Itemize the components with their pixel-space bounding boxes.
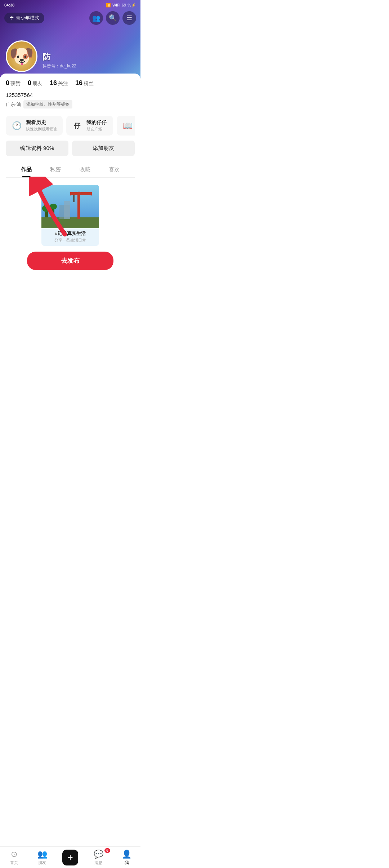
user-uid: 125357564: [6, 92, 135, 98]
history-texts: 观看历史 快速找到观看历史: [26, 119, 58, 132]
tab-works[interactable]: 作品: [12, 162, 41, 177]
svg-rect-6: [77, 192, 80, 219]
status-bar: 04:38 📶 WiFi 69 %⚡: [0, 0, 140, 10]
friends-count: 0: [28, 79, 31, 87]
top-navbar: ☂ 青少年模式 👥 🔍 ☰: [0, 10, 140, 26]
main-content: 0 获赞 0 朋友 16 关注 16 粉丝 125357564 广东·汕 添加学…: [0, 74, 140, 286]
navbar-action-icons: 👥 🔍 ☰: [89, 11, 136, 25]
add-tags-button[interactable]: 添加学校、性别等标签: [23, 100, 72, 108]
stats-row: 0 获赞 0 朋友 16 关注 16 粉丝: [6, 79, 135, 92]
svg-point-5: [50, 204, 57, 209]
likes-count: 0: [6, 79, 9, 87]
search-icon: 🔍: [109, 14, 117, 22]
content-area: #记录真实生活 分享一些生活日常 去发布: [6, 178, 135, 286]
svg-rect-12: [64, 201, 70, 219]
quick-action-history[interactable]: 🕐 观看历史 快速找到观看历史: [6, 116, 63, 136]
profile-header: 04:38 📶 WiFi 69 %⚡ ☂ 青少年模式 👥 🔍 ☰: [0, 0, 140, 79]
add-friend-button[interactable]: 添加朋友: [72, 141, 135, 156]
tabs-row: 作品 私密 收藏 喜欢: [6, 162, 135, 177]
zaizai-icon: 仔: [71, 121, 83, 130]
tab-liked[interactable]: 喜欢: [100, 162, 129, 177]
history-title: 观看历史: [26, 119, 58, 126]
zaizai-title: 我的仔仔: [86, 119, 107, 126]
post-image-svg: [41, 185, 99, 228]
avatar-section: 防 抖音号：de_ke22: [6, 40, 76, 72]
likes-label: 获赞: [10, 80, 21, 87]
publish-button[interactable]: 去发布: [27, 252, 113, 270]
stat-following[interactable]: 16 关注: [50, 79, 68, 87]
followers-label: 粉丝: [84, 80, 94, 87]
youth-mode-button[interactable]: ☂ 青少年模式: [4, 13, 44, 23]
following-count: 16: [50, 79, 57, 87]
svg-rect-4: [52, 208, 54, 217]
location-tag: 广东·汕: [6, 101, 21, 108]
post-subtitle: 分享一些生活日常: [41, 238, 99, 246]
post-image: [41, 185, 99, 228]
username-area: 防 抖音号：de_ke22: [43, 52, 76, 72]
svg-rect-10: [73, 195, 75, 202]
history-subtitle: 快速找到观看历史: [26, 127, 58, 132]
avatar[interactable]: [6, 40, 37, 72]
user-info-row: 125357564 广东·汕 添加学校、性别等标签: [6, 92, 135, 112]
followers-count: 16: [75, 79, 82, 87]
umbrella-icon: ☂: [9, 15, 14, 21]
status-time: 04:38: [4, 3, 14, 7]
action-buttons: 编辑资料 90% 添加朋友: [6, 141, 135, 156]
tab-saved[interactable]: 收藏: [70, 162, 100, 177]
wifi-icon: WiFi: [112, 3, 120, 7]
post-caption: #记录真实生活: [41, 228, 99, 238]
friends-icon-button[interactable]: 👥: [89, 11, 103, 25]
menu-icon: ☰: [126, 14, 132, 22]
username: 防: [43, 52, 76, 62]
status-icons: 📶 WiFi 69 %⚡: [106, 3, 136, 8]
stat-likes[interactable]: 0 获赞: [6, 79, 21, 87]
svg-point-3: [42, 205, 51, 212]
signal-icon: 📶: [106, 3, 111, 8]
following-label: 关注: [58, 80, 68, 87]
stat-friends[interactable]: 0 朋友: [28, 79, 43, 87]
friends-icon: 👥: [92, 14, 100, 22]
avatar-image: [7, 41, 36, 71]
quick-actions-row: 🕐 观看历史 快速找到观看历史 仔 我的仔仔 朋友广场 📖 收藏: [6, 116, 135, 137]
battery-level: 69: [122, 3, 126, 7]
menu-icon-button[interactable]: ☰: [122, 11, 136, 25]
bookmark-icon: 📖: [122, 121, 133, 130]
youth-mode-label: 青少年模式: [16, 15, 39, 21]
post-card[interactable]: #记录真实生活 分享一些生活日常: [41, 185, 99, 246]
tags-row: 广东·汕 添加学校、性别等标签: [6, 100, 135, 108]
quick-action-zaizai[interactable]: 仔 我的仔仔 朋友广场: [66, 116, 113, 136]
battery-icon: %⚡: [128, 3, 136, 8]
user-id-header: 抖音号：de_ke22: [43, 63, 76, 69]
zaizai-texts: 我的仔仔 朋友广场: [86, 119, 107, 132]
stat-followers[interactable]: 16 粉丝: [75, 79, 94, 87]
history-icon: 🕐: [11, 121, 22, 130]
zaizai-subtitle: 朋友广场: [86, 127, 107, 132]
content-tabs: 作品 私密 收藏 喜欢: [6, 162, 135, 178]
friends-label: 朋友: [32, 80, 43, 87]
edit-profile-button[interactable]: 编辑资料 90%: [6, 141, 68, 156]
tab-private[interactable]: 私密: [41, 162, 71, 177]
search-icon-button[interactable]: 🔍: [106, 11, 120, 25]
quick-action-bookmark[interactable]: 📖 收藏: [117, 116, 135, 136]
